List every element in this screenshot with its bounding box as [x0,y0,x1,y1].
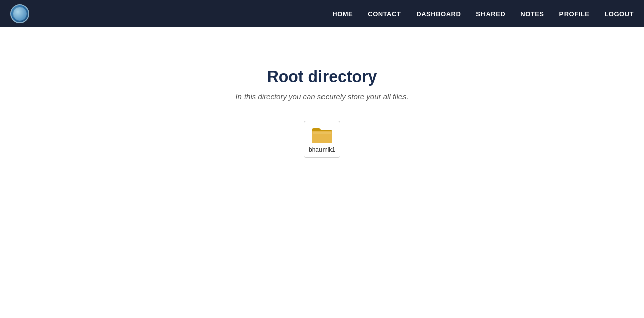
nav-link-notes[interactable]: NOTES [520,10,544,18]
nav-item-profile[interactable]: PROFILE [559,9,590,18]
nav-link-contact[interactable]: CONTACT [368,10,401,18]
nav-link-shared[interactable]: SHARED [476,10,505,18]
main-content: Root directory In this directory you can… [0,27,644,158]
logo-inner [13,7,27,21]
nav-item-home[interactable]: HOME [332,9,353,18]
nav-item-logout[interactable]: LOGOUT [604,9,634,18]
nav-item-contact[interactable]: CONTACT [368,9,401,18]
nav-link-profile[interactable]: PROFILE [559,10,590,18]
folder-item-folder-bhaumik1[interactable]: bhaumik1 [304,121,340,158]
page-subtitle: In this directory you can securely store… [235,92,408,101]
page-title: Root directory [267,67,377,86]
nav-link-home[interactable]: HOME [332,10,353,18]
nav-links: HOMECONTACTDASHBOARDSHAREDNOTESPROFILELO… [332,9,634,18]
nav-link-dashboard[interactable]: DASHBOARD [416,10,461,18]
svg-rect-2 [313,132,331,134]
logo[interactable] [10,4,29,23]
logo-circle [10,4,29,23]
folder-grid: bhaumik1 [304,121,340,158]
nav-item-dashboard[interactable]: DASHBOARD [416,9,461,18]
folder-label: bhaumik1 [309,146,335,153]
navbar: HOMECONTACTDASHBOARDSHAREDNOTESPROFILELO… [0,0,644,27]
nav-item-notes[interactable]: NOTES [520,9,544,18]
nav-item-shared[interactable]: SHARED [476,9,505,18]
folder-icon [312,126,332,143]
nav-link-logout[interactable]: LOGOUT [604,10,634,18]
